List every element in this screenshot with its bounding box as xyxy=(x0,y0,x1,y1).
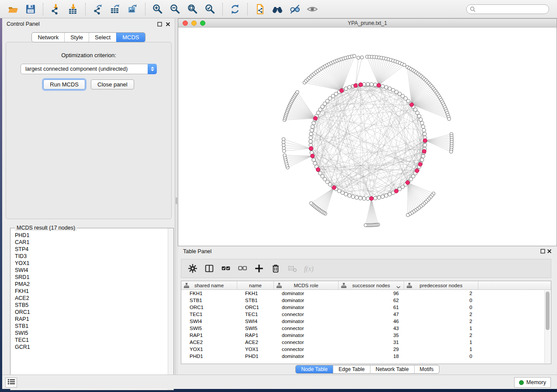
network-node[interactable] xyxy=(309,136,312,139)
network-node[interactable] xyxy=(414,108,417,111)
sort-chevron-down-icon[interactable] xyxy=(396,284,401,287)
network-node[interactable] xyxy=(398,187,401,191)
mcds-result-item[interactable]: TEC1 xyxy=(15,337,167,344)
network-dominator-node[interactable] xyxy=(415,169,419,173)
network-node[interactable] xyxy=(420,158,424,162)
zoom-in-icon[interactable] xyxy=(150,3,165,16)
network-dominator-node[interactable] xyxy=(423,138,427,142)
tab-style[interactable]: Style xyxy=(64,33,89,42)
network-dominator-node[interactable] xyxy=(370,196,374,200)
add-row-icon[interactable] xyxy=(252,261,266,275)
network-node[interactable] xyxy=(341,191,344,194)
network-canvas[interactable] xyxy=(178,28,557,246)
network-node[interactable] xyxy=(370,83,374,86)
mcds-result-item[interactable]: TID3 xyxy=(15,253,167,260)
mcds-result-item[interactable]: YOX1 xyxy=(15,260,167,267)
task-history-button[interactable] xyxy=(5,378,17,388)
zoom-window-icon[interactable] xyxy=(200,21,205,26)
table-row[interactable]: YOX1YOX1connector291 xyxy=(181,346,551,353)
network-node[interactable] xyxy=(415,111,419,114)
column-header-name[interactable]: name xyxy=(237,281,274,289)
mcds-result-item[interactable]: ORC1 xyxy=(15,309,167,316)
column-header-successor-nodes[interactable]: successor nodes xyxy=(339,281,404,289)
network-node[interactable] xyxy=(388,87,391,90)
network-node[interactable] xyxy=(329,96,332,100)
network-node[interactable] xyxy=(318,108,322,111)
network-dominator-node[interactable] xyxy=(359,83,363,87)
close-icon[interactable] xyxy=(166,22,170,27)
network-node[interactable] xyxy=(391,88,395,92)
eye-icon[interactable] xyxy=(305,3,320,16)
network-leaf-node[interactable] xyxy=(403,63,406,67)
graphics-details-icon[interactable] xyxy=(287,3,302,16)
network-leaf-node[interactable] xyxy=(296,90,299,94)
network-node[interactable] xyxy=(334,92,338,96)
network-node[interactable] xyxy=(321,175,324,178)
import-network-icon[interactable] xyxy=(48,3,63,16)
network-node[interactable] xyxy=(423,144,427,147)
network-node[interactable] xyxy=(384,86,388,89)
table-row[interactable]: PHD1PHD1dominator180 xyxy=(181,353,551,360)
network-node[interactable] xyxy=(348,194,351,197)
network-leaf-node[interactable] xyxy=(364,224,367,227)
mcds-result-item[interactable]: SWI4 xyxy=(15,267,167,274)
share-document-icon[interactable] xyxy=(253,3,267,16)
network-dominator-node[interactable] xyxy=(339,89,343,93)
network-dominator-node[interactable] xyxy=(311,154,315,158)
mcds-result-item[interactable]: ACE2 xyxy=(15,295,167,302)
scrollbar-thumb[interactable] xyxy=(546,292,550,330)
table-row[interactable]: STB1STB1dominator620 xyxy=(181,297,551,304)
network-node[interactable] xyxy=(318,172,322,175)
network-node[interactable] xyxy=(421,155,425,158)
tab-edge-table[interactable]: Edge Table xyxy=(333,365,370,373)
mcds-result-item[interactable]: STB5 xyxy=(15,302,167,309)
network-node[interactable] xyxy=(362,197,366,200)
network-leaf-node[interactable] xyxy=(447,117,451,121)
network-dominator-node[interactable] xyxy=(309,147,313,151)
binoculars-icon[interactable] xyxy=(270,3,285,16)
network-node[interactable] xyxy=(423,132,426,136)
network-node[interactable] xyxy=(355,196,358,199)
table-row[interactable]: ORC1ORC1dominator610 xyxy=(181,304,551,311)
export-image-icon[interactable] xyxy=(125,3,140,16)
settings-icon[interactable] xyxy=(186,261,200,275)
float-window-icon[interactable] xyxy=(540,249,545,254)
mcds-result-item[interactable]: CAR1 xyxy=(15,239,167,246)
save-icon[interactable] xyxy=(23,3,38,16)
mcds-result-scrollbar[interactable] xyxy=(168,228,173,390)
network-node[interactable] xyxy=(377,196,381,199)
network-node[interactable] xyxy=(323,177,326,181)
network-dominator-node[interactable] xyxy=(332,186,336,189)
tab-network[interactable]: Network xyxy=(32,33,64,42)
clear-selection-icon[interactable] xyxy=(235,261,249,275)
network-leaf-node[interactable] xyxy=(310,202,313,205)
zoom-fit-icon[interactable] xyxy=(185,3,200,16)
network-node[interactable] xyxy=(374,196,377,200)
network-node[interactable] xyxy=(321,105,324,108)
network-node[interactable] xyxy=(381,84,384,88)
close-icon[interactable] xyxy=(547,249,552,254)
network-node[interactable] xyxy=(309,132,313,136)
network-node[interactable] xyxy=(420,121,424,125)
network-dominator-node[interactable] xyxy=(422,149,426,153)
network-dominator-node[interactable] xyxy=(419,162,422,166)
column-header-shared-name[interactable]: shared name xyxy=(181,281,237,289)
network-node[interactable] xyxy=(419,118,422,121)
mcds-result-item[interactable]: RAP1 xyxy=(15,316,167,323)
network-dominator-node[interactable] xyxy=(394,189,398,193)
network-node[interactable] xyxy=(398,92,401,96)
zoom-out-icon[interactable] xyxy=(168,3,183,16)
network-node[interactable] xyxy=(422,128,426,132)
network-leaf-node[interactable] xyxy=(282,138,285,141)
network-node[interactable] xyxy=(384,194,388,197)
network-node[interactable] xyxy=(421,125,425,128)
network-node[interactable] xyxy=(337,189,341,193)
network-dominator-node[interactable] xyxy=(406,181,410,185)
network-node[interactable] xyxy=(344,87,348,90)
search-input[interactable] xyxy=(466,4,549,14)
tab-network-table[interactable]: Network Table xyxy=(370,365,414,373)
run-mcds-button[interactable]: Run MCDS xyxy=(43,79,85,89)
network-leaf-node[interactable] xyxy=(360,56,364,59)
network-node[interactable] xyxy=(313,162,317,165)
network-node[interactable] xyxy=(417,114,421,118)
